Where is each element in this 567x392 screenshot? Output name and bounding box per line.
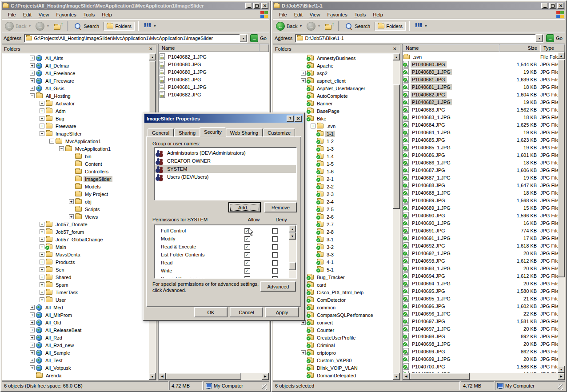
tree-expand-box[interactable]: + [30, 328, 35, 332]
dialog-titlebar[interactable]: ImageSlider Properties ? × [144, 114, 303, 123]
advanced-button[interactable]: Advanced [260, 281, 296, 292]
tree-expand-box[interactable]: + [301, 78, 306, 83]
cancel-button[interactable]: Cancel [230, 307, 263, 317]
tree-expand-box[interactable]: + [40, 252, 44, 257]
checkbox-allow[interactable]: ✓ [244, 244, 250, 250]
tab-sharing[interactable]: Sharing [174, 128, 200, 137]
tree-item[interactable]: +All_Airts [2, 54, 149, 62]
tree-item[interactable]: Apache [273, 62, 393, 69]
go-button[interactable]: → Go [546, 34, 563, 42]
tree-item[interactable]: AmnestyBusiness [273, 54, 393, 62]
folders-button[interactable]: Folders [375, 22, 406, 31]
file-row[interactable]: P1040699_1.JPG20 KBJPG File [403, 355, 558, 363]
address-dropdown-button[interactable]: ▼ [535, 34, 543, 42]
address-dropdown-button[interactable]: ▼ [240, 34, 247, 42]
tree-expand-box[interactable]: + [40, 244, 44, 249]
file-row[interactable]: P1040680.JPG [159, 60, 269, 68]
checkbox-allow[interactable] [244, 276, 250, 279]
tree-item[interactable]: +criptopro [273, 349, 393, 356]
menu-item-tools[interactable]: Tools [351, 11, 370, 19]
tree-item[interactable]: +Freeware [2, 122, 149, 130]
tree-expand-box[interactable]: + [40, 101, 44, 106]
file-row[interactable]: P1040687_1.JPG19 KBJPG File [403, 174, 558, 181]
tree-expand-box[interactable]: + [30, 365, 35, 370]
tree-item[interactable]: ImageSlider [2, 175, 149, 183]
forward-button[interactable]: → ▼ [305, 21, 322, 32]
scroll-left-icon[interactable]: ◀ [403, 373, 410, 380]
scroll-down-icon[interactable]: ▼ [149, 373, 156, 380]
menu-item-favorites[interactable]: Favorites [52, 11, 80, 19]
tab-security[interactable]: Security [200, 127, 226, 137]
tree-expand-box[interactable]: + [40, 297, 44, 302]
resize-grip[interactable] [558, 384, 563, 390]
tree-expand-box[interactable]: + [30, 86, 35, 91]
menu-item-edit[interactable]: Edit [291, 11, 306, 19]
file-row[interactable]: P1040693.JPG1,612 KBJPG File [403, 257, 558, 264]
column-header-name[interactable]: Name [403, 44, 499, 52]
tree-item[interactable]: +Activator [2, 100, 149, 107]
scroll-thumb[interactable] [558, 60, 565, 277]
tree-expand-box[interactable]: + [30, 305, 35, 310]
file-row[interactable]: P1040694_1.JPG20 KBJPG File [403, 280, 558, 287]
tree-item[interactable]: +Views [2, 213, 149, 220]
tree-expand-box[interactable]: + [30, 343, 35, 348]
file-row[interactable]: P1040691_1.JPG17 KBJPG File [403, 234, 558, 242]
scroll-down-icon[interactable]: ▼ [393, 373, 400, 380]
tree-expand-box[interactable]: − [30, 93, 35, 98]
checkbox-allow[interactable]: ✓ [244, 268, 250, 274]
scroll-up-icon[interactable]: ▲ [149, 53, 156, 60]
scroll-thumb[interactable] [410, 373, 470, 380]
file-row[interactable]: P1040690_1.JPG16 KBJPG File [403, 219, 558, 227]
tree-item[interactable]: My Project [2, 190, 149, 198]
checkbox-deny[interactable] [272, 244, 278, 250]
tab-general[interactable]: General [148, 128, 174, 137]
scroll-right-icon[interactable]: ▶ [262, 373, 269, 380]
up-button[interactable]: ↑ [323, 21, 335, 31]
menu-item-view[interactable]: View [306, 11, 324, 19]
tree-item[interactable]: +aspnet_client [273, 77, 393, 84]
tree-expand-box[interactable]: + [69, 199, 74, 204]
group-user-item[interactable]: Users (DEV\Users) [155, 173, 296, 181]
tree-expand-box[interactable]: + [301, 350, 306, 355]
file-row[interactable]: P1040698.JPG892 KBJPG File [403, 332, 558, 340]
close-button[interactable]: × [557, 3, 564, 9]
tree-item[interactable]: +Bug [2, 115, 149, 122]
close-button[interactable]: × [261, 3, 268, 9]
tree-item[interactable]: +All_MirProm [2, 311, 149, 319]
tree-item[interactable]: AspNet_UserManager [273, 84, 393, 92]
tree-item[interactable]: Dlink_VOIP_VLAN [273, 364, 393, 372]
maximize-button[interactable] [549, 3, 556, 9]
help-button[interactable]: ? [287, 116, 294, 122]
tree-item[interactable]: Counter [273, 326, 393, 334]
remove-button[interactable]: Remove [264, 202, 297, 212]
tree-expand-box[interactable]: − [59, 146, 64, 151]
tree-expand-box[interactable]: − [49, 139, 54, 144]
file-row[interactable]: P1040683_1.JPG18 KBJPG File [403, 113, 558, 121]
tree-item[interactable]: +All_ReleaseBeat [2, 326, 149, 334]
tree-item[interactable]: +Shared [2, 273, 149, 281]
tree-expand-box[interactable]: + [30, 335, 35, 340]
file-row[interactable]: P1040686.JPG1,601 KBJPG File [403, 151, 558, 159]
tree-expand-box[interactable]: + [40, 290, 44, 295]
apply-button[interactable]: Apply [265, 307, 299, 317]
tree-expand-box[interactable]: + [30, 63, 35, 68]
forward-dropdown-icon[interactable]: ▼ [317, 24, 320, 28]
tree-item[interactable]: Scripts [2, 205, 149, 213]
menu-item-file[interactable]: File [276, 11, 291, 19]
tree-item[interactable]: +Spam [2, 281, 149, 288]
scroll-down-icon[interactable]: ▼ [558, 366, 565, 373]
file-row[interactable]: P1040700_1.JPG19 KBJPG File [403, 370, 558, 373]
permissions-scrollbar[interactable]: ▲ ▼ [289, 225, 296, 278]
tree-item[interactable]: AutoComplete [273, 92, 393, 100]
menu-item-help[interactable]: Help [98, 11, 116, 19]
file-row[interactable]: P1040688_1.JPG18 KBJPG File [403, 189, 558, 196]
folders-button[interactable]: Folders [104, 22, 135, 31]
group-user-item[interactable]: SYSTEM [155, 165, 296, 173]
file-row[interactable]: P1040683.JPG1,562 KBJPG File [403, 106, 558, 113]
tree-item[interactable]: +All_Med [2, 304, 149, 311]
checkbox-allow[interactable]: ✓ [244, 260, 250, 266]
dialog-close-button[interactable]: × [295, 116, 302, 122]
tree-item[interactable]: +All_Sample [2, 349, 149, 356]
file-row[interactable]: P1040681.JPG [159, 76, 269, 83]
tree-item[interactable]: Controllers [2, 168, 149, 175]
